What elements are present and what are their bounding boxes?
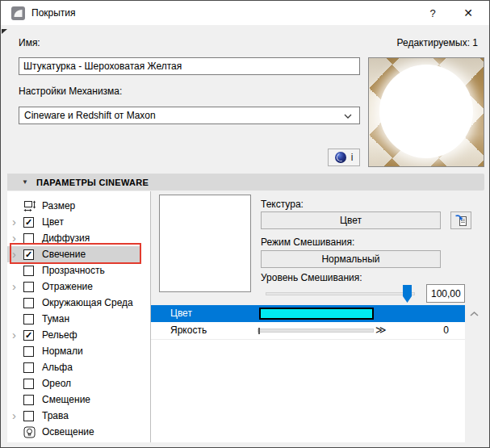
fog-checkbox[interactable]: [23, 314, 34, 324]
title-bar[interactable]: Покрытия ? ✕: [1, 1, 489, 25]
tree-item-halo[interactable]: Ореол: [7, 375, 141, 391]
tree-item-size[interactable]: Размер: [7, 198, 141, 214]
grass-checkbox[interactable]: [23, 411, 34, 421]
displacement-checkbox[interactable]: [23, 395, 34, 405]
cinema4d-icon: [335, 152, 346, 163]
collapse-arrow-icon: ▼: [22, 178, 28, 186]
channel-texture-preview: [159, 195, 251, 292]
cinema4d-info-button[interactable]: i: [328, 149, 360, 166]
engine-select[interactable]: Cineware и Redshift от Maxon: [19, 107, 360, 124]
slider-position-tick: [258, 328, 260, 334]
bump-checkbox[interactable]: ✓: [23, 330, 34, 341]
tree-item-displacement[interactable]: Смещение: [7, 391, 141, 408]
reflection-checkbox[interactable]: [23, 282, 34, 292]
table-scrollbar[interactable]: [467, 305, 482, 442]
slider-groove[interactable]: [266, 292, 415, 295]
color-swatch[interactable]: [259, 308, 374, 320]
texture-label: Текстура:: [261, 199, 304, 210]
tree-item-reflection[interactable]: › Отражение: [7, 278, 141, 295]
engine-select-value: Cineware и Redshift от Maxon: [24, 110, 156, 121]
name-label: Имя:: [19, 37, 40, 48]
expander-icon[interactable]: ›: [12, 330, 23, 340]
load-texture-button[interactable]: [450, 211, 471, 229]
cineware-parameters-section-header[interactable]: ▼ ПАРАМЕТРЫ CINEWARE: [7, 174, 484, 191]
tree-item-fog[interactable]: Туман: [7, 311, 141, 327]
chevron-down-icon: [344, 114, 352, 119]
expander-icon[interactable]: ›: [12, 411, 23, 421]
archicad-app-icon: [11, 6, 25, 20]
halo-checkbox[interactable]: [23, 379, 34, 389]
help-button[interactable]: ?: [418, 1, 447, 25]
normals-checkbox[interactable]: [23, 346, 34, 357]
tree-item-grass[interactable]: › Трава: [7, 408, 141, 424]
tree-item-normals[interactable]: Нормали: [7, 343, 141, 359]
brightness-value[interactable]: 0: [443, 324, 449, 336]
tree-item-luminance[interactable]: › ✓ Свечение: [7, 246, 141, 262]
scroll-up-icon[interactable]: [470, 312, 479, 316]
material-preview: [368, 57, 484, 167]
size-icon: [23, 200, 37, 212]
tree-item-bump[interactable]: › ✓ Рельеф: [7, 327, 141, 343]
transparency-checkbox[interactable]: [23, 266, 34, 276]
lightbulb-icon: [23, 426, 36, 438]
texture-color-button[interactable]: Цвет: [261, 211, 441, 229]
engine-settings-label: Настройки Механизма:: [19, 86, 122, 97]
blend-level-value-field[interactable]: [426, 284, 465, 303]
surface-name-input[interactable]: [19, 57, 360, 75]
load-texture-icon: [454, 214, 468, 228]
color-checkbox[interactable]: ✓: [23, 217, 34, 228]
window-edge-marker: [2, 29, 7, 34]
diffusion-checkbox[interactable]: [23, 233, 34, 244]
expander-icon[interactable]: ›: [12, 233, 23, 243]
tree-item-environment[interactable]: Окружающая Среда: [7, 295, 141, 311]
tree-item-illumination[interactable]: Освещение: [7, 424, 141, 440]
blend-level-slider[interactable]: [266, 285, 415, 303]
expander-icon[interactable]: ›: [12, 249, 23, 259]
blend-mode-label: Режим Смешивания:: [261, 237, 354, 248]
param-row-brightness[interactable]: Яркость ≫ 0: [151, 322, 465, 340]
parameter-table: Цвет Яркость ≫ 0: [151, 305, 465, 442]
spinner-icon[interactable]: ≫: [375, 324, 387, 337]
expander-icon[interactable]: ›: [12, 217, 23, 227]
surfaces-dialog: Покрытия ? ✕ Имя: Редактируемых: 1 Настр…: [0, 0, 490, 448]
blend-level-label: Уровень Смешивания:: [261, 272, 362, 283]
tree-item-color[interactable]: › ✓ Цвет: [7, 214, 141, 230]
blend-mode-button[interactable]: Нормальный: [261, 250, 441, 268]
close-button[interactable]: ✕: [454, 1, 483, 25]
brightness-slider[interactable]: [258, 329, 374, 333]
expander-icon[interactable]: ›: [12, 282, 23, 291]
section-title: ПАРАМЕТРЫ CINEWARE: [36, 178, 149, 187]
tree-item-alpha[interactable]: Альфа: [7, 359, 141, 375]
alpha-checkbox[interactable]: [23, 362, 34, 373]
tree-item-transparency[interactable]: Прозрачность: [7, 262, 141, 278]
editables-count-label: Редактируемых: 1: [397, 37, 478, 48]
environment-checkbox[interactable]: [23, 298, 34, 308]
param-label: Цвет: [170, 308, 192, 319]
luminance-checkbox[interactable]: ✓: [23, 249, 34, 260]
window-title: Покрытия: [31, 7, 76, 19]
tree-item-diffusion[interactable]: › Диффузия: [7, 230, 141, 246]
slider-thumb[interactable]: [403, 285, 412, 303]
param-label: Яркость: [170, 324, 207, 336]
channel-list: Размер › ✓ Цвет › Диффузия › ✓ Свечение …: [7, 191, 151, 442]
param-row-color[interactable]: Цвет: [151, 305, 465, 322]
info-label: i: [351, 152, 354, 163]
preview-sphere: [379, 65, 473, 158]
